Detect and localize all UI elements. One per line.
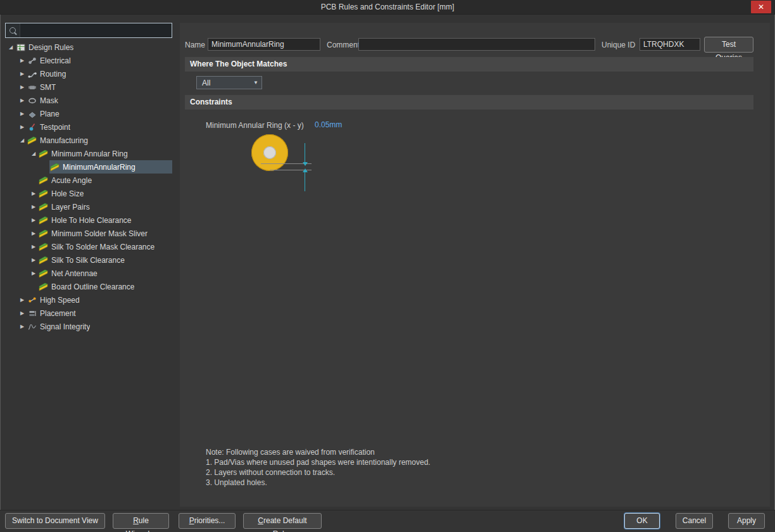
tree-item-label: Routing [38, 70, 66, 79]
collapsed-arrow-icon[interactable]: ▶ [18, 94, 27, 107]
where-object-matches-header: Where The Object Matches [185, 57, 753, 72]
rule-wedge-icon [27, 136, 38, 145]
mask-icon [27, 96, 38, 105]
tree-item-silk-to-solder-mask-clearance[interactable]: ▶Silk To Solder Mask Clearance [5, 240, 172, 253]
tree-item-label: Signal Integrity [38, 322, 90, 331]
ok-button[interactable]: OK [624, 513, 660, 529]
measurement-arrow-lower [305, 172, 305, 191]
plane-icon [27, 110, 38, 118]
tree-item-plane[interactable]: ▶Plane [5, 107, 172, 120]
tree-item-acute-angle[interactable]: Acute Angle [5, 174, 172, 187]
tree-item-label: Plane [38, 110, 60, 118]
rules-tree: ◢Design Rules▶Electrical▶Routing▶SMT▶Mas… [5, 41, 172, 507]
tree-item-smt[interactable]: ▶SMT [5, 80, 172, 94]
collapsed-arrow-icon[interactable]: ▶ [29, 240, 38, 253]
collapsed-arrow-icon[interactable]: ▶ [18, 320, 27, 333]
rule-wedge-icon [38, 256, 49, 265]
arrow-down-icon [303, 162, 308, 166]
switch-to-document-view-button[interactable]: Switch to Document View [5, 513, 105, 529]
tree-item-label: Design Rules [27, 43, 73, 52]
cancel-button[interactable]: Cancel [676, 513, 713, 529]
tree-item-label: Silk To Solder Mask Clearance [49, 243, 154, 251]
collapsed-arrow-icon[interactable]: ▶ [18, 293, 27, 307]
tree-item-minimum-annular-ring[interactable]: ◢Minimum Annular Ring [5, 147, 172, 160]
scope-dropdown-value: All [197, 79, 250, 87]
tree-item-hole-to-hole-clearance[interactable]: ▶Hole To Hole Clearance [5, 213, 172, 227]
tree-item-minimum-solder-mask-sliver[interactable]: ▶Minimum Solder Mask Sliver [5, 227, 172, 240]
waiver-note-line: 3. Unplated holes. [206, 478, 431, 488]
tree-item-minimumannularring[interactable]: MinimumAnnularRing [5, 160, 172, 174]
tree-item-label: High Speed [38, 296, 80, 305]
collapsed-arrow-icon[interactable]: ▶ [18, 54, 27, 67]
tree-item-routing[interactable]: ▶Routing [5, 67, 172, 80]
smt-icon [27, 83, 38, 92]
tree-item-manufacturing[interactable]: ◢Manufacturing [5, 134, 172, 147]
search-input[interactable] [20, 24, 172, 37]
create-default-rules-button[interactable]: Create Default Rules [243, 513, 322, 529]
annular-ring-pad-graphic [251, 134, 288, 171]
priorities-label: Priorities... [183, 514, 231, 528]
expanded-arrow-icon[interactable]: ◢ [29, 147, 38, 160]
tree-item-board-outline-clearance[interactable]: Board Outline Clearance [5, 280, 172, 293]
tree-item-high-speed[interactable]: ▶High Speed [5, 293, 172, 307]
min-annular-ring-label: Minimum Annular Ring (x - y) [206, 121, 304, 130]
collapsed-arrow-icon[interactable]: ▶ [18, 120, 27, 134]
collapsed-arrow-icon[interactable]: ▶ [29, 200, 38, 213]
create-default-rules-label: Create Default Rules [248, 514, 317, 532]
tree-item-testpoint[interactable]: ▶Testpoint [5, 120, 172, 134]
unique-id-field[interactable] [640, 38, 700, 51]
waiver-note-line: 2. Layers without connection to tracks. [206, 467, 431, 478]
tree-item-label: Acute Angle [49, 176, 92, 185]
rule-wedge-icon [38, 243, 49, 251]
collapsed-arrow-icon[interactable]: ▶ [29, 227, 38, 240]
rule-wedge-icon [38, 203, 49, 212]
rule-wedge-icon [38, 229, 49, 238]
collapsed-arrow-icon[interactable]: ▶ [18, 67, 27, 80]
rule-wedge-icon [49, 163, 61, 172]
collapsed-arrow-icon[interactable]: ▶ [29, 267, 38, 280]
scope-dropdown[interactable]: All ▼ [196, 76, 262, 89]
titlebar: PCB Rules and Constraints Editor [mm] ✕ [0, 0, 775, 15]
switch-to-document-view-label: Switch to Document View [9, 514, 101, 528]
tree-item-silk-to-silk-clearance[interactable]: ▶Silk To Silk Clearance [5, 253, 172, 267]
tree-item-design-rules[interactable]: ◢Design Rules [5, 41, 172, 54]
min-annular-ring-value[interactable]: 0.05mm [315, 120, 342, 129]
waiver-note-line: Note: Following cases are waived from ve… [206, 447, 431, 457]
tree-item-label: Mask [38, 96, 58, 105]
tree-item-label: Silk To Silk Clearance [49, 256, 125, 265]
collapsed-arrow-icon[interactable]: ▶ [29, 187, 38, 200]
collapsed-arrow-icon[interactable]: ▶ [18, 107, 27, 120]
collapsed-arrow-icon[interactable]: ▶ [18, 307, 27, 320]
tree-item-mask[interactable]: ▶Mask [5, 94, 172, 107]
priorities-button[interactable]: Priorities... [179, 513, 236, 529]
comment-field[interactable] [358, 38, 595, 51]
test-queries-button[interactable]: Test Queries [704, 37, 753, 53]
tree-item-layer-pairs[interactable]: ▶Layer Pairs [5, 200, 172, 213]
close-icon[interactable]: ✕ [751, 1, 771, 13]
cancel-label: Cancel [680, 514, 709, 528]
collapsed-arrow-icon[interactable]: ▶ [18, 80, 27, 94]
expanded-arrow-icon[interactable]: ◢ [6, 41, 15, 54]
name-field[interactable] [208, 38, 320, 51]
rule-wizard-button[interactable]: Rule Wizard... [113, 513, 169, 529]
tree-item-electrical[interactable]: ▶Electrical [5, 54, 172, 67]
tree-item-signal-integrity[interactable]: ▶Signal Integrity [5, 320, 172, 333]
tree-item-label: Net Antennae [49, 269, 98, 278]
tree-item-label: Hole To Hole Clearance [49, 216, 132, 225]
expanded-arrow-icon[interactable]: ◢ [18, 134, 27, 147]
rules-search-box[interactable] [5, 23, 172, 38]
collapsed-arrow-icon[interactable]: ▶ [29, 213, 38, 227]
collapsed-arrow-icon[interactable]: ▶ [29, 253, 38, 267]
tree-item-net-antennae[interactable]: ▶Net Antennae [5, 267, 172, 280]
rule-wedge-icon [38, 282, 49, 291]
waiver-note-line: 1. Pad/Vias where unused pad shapes were… [206, 457, 431, 467]
apply-button[interactable]: Apply [728, 513, 765, 529]
tree-item-placement[interactable]: ▶Placement [5, 307, 172, 320]
tree-item-hole-size[interactable]: ▶Hole Size [5, 187, 172, 200]
placement-icon [27, 309, 38, 318]
tree-item-label: Layer Pairs [49, 203, 90, 212]
electrical-icon [27, 56, 38, 65]
design-rules-icon [15, 43, 27, 52]
tree-item-label: Board Outline Clearance [49, 282, 134, 291]
tree-item-label: Minimum Solder Mask Sliver [49, 229, 148, 238]
